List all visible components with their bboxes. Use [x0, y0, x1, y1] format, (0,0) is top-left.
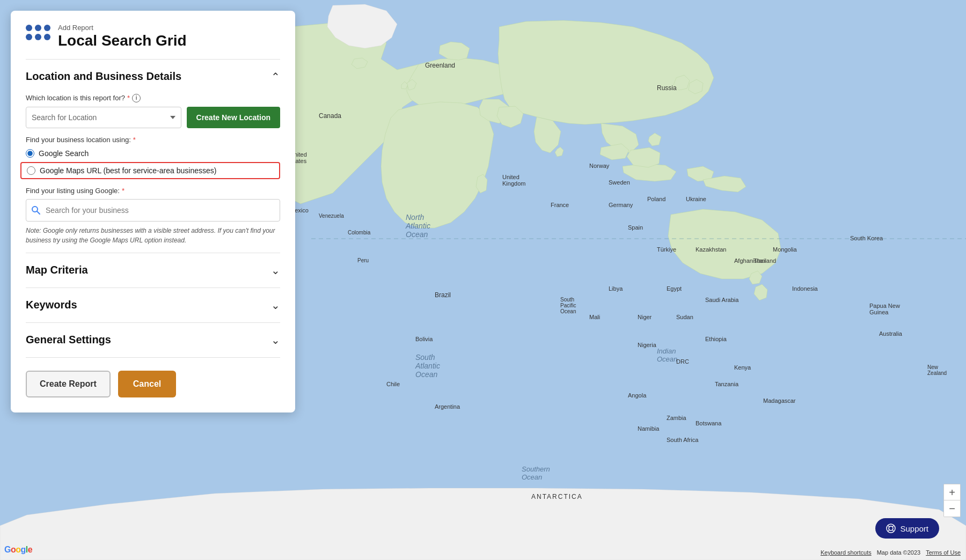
svg-line-9: [888, 530, 890, 532]
business-search-wrapper: [26, 199, 280, 222]
location-divider: [26, 253, 280, 253]
map-criteria-section: Map Criteria ⌄: [26, 261, 280, 280]
location-label-text: Which location is this report for?: [26, 94, 125, 102]
logo-dot-6: [44, 34, 50, 40]
bottom-buttons: Create Report Cancel: [26, 371, 280, 397]
keyboard-shortcuts[interactable]: Keyboard shortcuts: [821, 549, 872, 556]
radio-google-maps-url-label: Google Maps URL (best for service-area b…: [40, 166, 216, 175]
location-details-section: Location and Business Details ⌃ Which lo…: [26, 67, 280, 245]
location-section-header[interactable]: Location and Business Details ⌃: [26, 67, 280, 86]
zoom-out-button[interactable]: −: [944, 500, 960, 517]
general-settings-header[interactable]: General Settings ⌄: [26, 330, 280, 350]
location-section-chevron: ⌃: [271, 70, 280, 83]
find-using-label: Find your business location using: *: [26, 136, 280, 144]
header-divider: [26, 59, 280, 60]
logo-dot-5: [35, 34, 41, 40]
support-label: Support: [900, 524, 928, 533]
map-footer: Keyboard shortcuts Map data ©2023 Terms …: [821, 549, 961, 556]
location-section-content: Which location is this report for? * i S…: [26, 94, 280, 245]
business-search-input[interactable]: [26, 199, 280, 222]
svg-line-3: [37, 211, 40, 214]
svg-line-7: [892, 530, 894, 532]
business-search-icon: [31, 205, 41, 215]
google-note: Note: Google only returns businesses wit…: [26, 226, 280, 245]
app-logo: [26, 25, 50, 40]
radio-google-search-label: Google Search: [39, 149, 89, 158]
location-field-label: Which location is this report for? * i: [26, 94, 280, 102]
location-select[interactable]: Search for Location: [26, 107, 181, 128]
map-criteria-divider: [26, 288, 280, 288]
radio-group: Google Search Google Maps URL (best for …: [26, 149, 280, 179]
location-required-star: *: [127, 94, 130, 102]
listing-required-star: *: [122, 187, 125, 195]
location-info-icon[interactable]: i: [132, 94, 141, 102]
keywords-section: Keywords ⌄: [26, 296, 280, 315]
keywords-chevron: ⌄: [271, 299, 280, 312]
cancel-button[interactable]: Cancel: [118, 371, 176, 397]
google-logo: Google: [4, 545, 32, 555]
main-title: Local Search Grid: [58, 33, 187, 49]
logo-dot-4: [26, 34, 32, 40]
map-criteria-header[interactable]: Map Criteria ⌄: [26, 261, 280, 280]
header-text: Add Report Local Search Grid: [58, 24, 187, 49]
create-report-button[interactable]: Create Report: [26, 371, 111, 397]
radio-google-search[interactable]: Google Search: [26, 149, 280, 158]
create-new-location-button[interactable]: Create New Location: [187, 107, 280, 128]
keywords-divider: [26, 322, 280, 323]
general-settings-section: General Settings ⌄: [26, 330, 280, 350]
radio-google-search-input[interactable]: [26, 149, 34, 158]
zoom-in-button[interactable]: +: [944, 484, 960, 500]
keywords-title: Keywords: [26, 299, 77, 311]
support-button[interactable]: Support: [875, 518, 939, 539]
find-required-star: *: [133, 136, 136, 144]
terms-of-use[interactable]: Terms of Use: [926, 549, 961, 556]
panel-header: Add Report Local Search Grid: [26, 24, 280, 49]
map-criteria-chevron: ⌄: [271, 264, 280, 277]
keywords-header[interactable]: Keywords ⌄: [26, 296, 280, 315]
general-settings-title: General Settings: [26, 334, 111, 346]
logo-dot-2: [35, 25, 41, 31]
zoom-controls: + −: [943, 484, 961, 517]
add-report-label: Add Report: [58, 24, 187, 32]
location-row: Search for Location Create New Location: [26, 107, 280, 128]
support-icon: [886, 524, 896, 533]
main-panel: Add Report Local Search Grid Location an…: [11, 11, 295, 412]
logo-dot-1: [26, 25, 32, 31]
find-listing-label: Find your listing using Google: *: [26, 187, 280, 195]
general-settings-divider: [26, 357, 280, 358]
svg-line-6: [888, 526, 890, 527]
logo-dot-3: [44, 25, 50, 31]
find-listing-text: Find your listing using Google:: [26, 187, 120, 195]
radio-google-maps-url-input[interactable]: [27, 166, 35, 175]
svg-line-8: [892, 526, 894, 527]
map-criteria-title: Map Criteria: [26, 264, 88, 276]
map-data: Map data ©2023: [877, 549, 921, 556]
location-section-title: Location and Business Details: [26, 70, 181, 83]
svg-point-4: [887, 524, 895, 533]
general-settings-chevron: ⌄: [271, 334, 280, 347]
radio-google-maps-url[interactable]: Google Maps URL (best for service-area b…: [20, 162, 280, 179]
find-using-text: Find your business location using:: [26, 136, 131, 144]
